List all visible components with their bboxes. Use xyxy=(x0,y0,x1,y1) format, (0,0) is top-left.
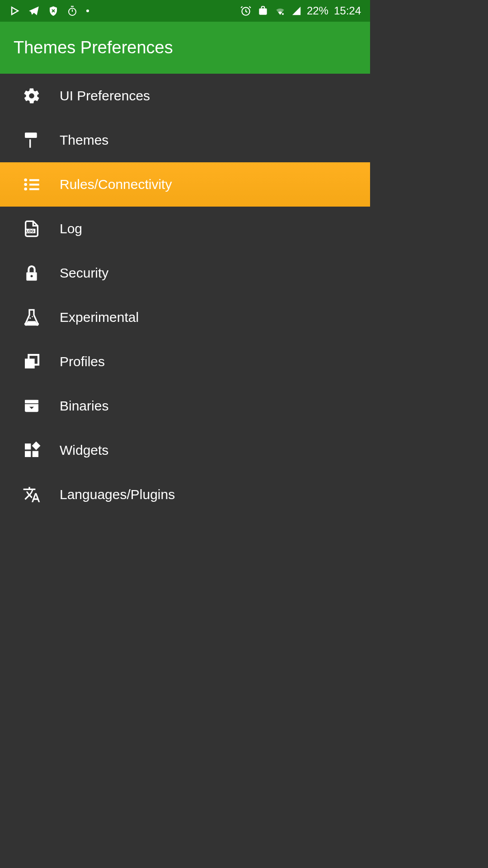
menu-label: Languages/Plugins xyxy=(60,487,175,502)
translate-icon xyxy=(23,486,41,504)
svg-rect-19 xyxy=(25,400,38,404)
svg-point-14 xyxy=(29,317,31,319)
menu-label: Profiles xyxy=(60,354,105,369)
profiles-icon xyxy=(23,353,41,371)
menu-widgets[interactable]: Widgets xyxy=(0,428,370,472)
clock-time: 15:24 xyxy=(334,5,361,17)
svg-rect-21 xyxy=(25,451,31,457)
svg-point-1 xyxy=(86,9,89,12)
menu-label: Experimental xyxy=(60,310,139,325)
svg-rect-20 xyxy=(25,443,31,449)
menu-label: UI Preferences xyxy=(60,88,150,104)
menu-label: Security xyxy=(60,265,108,281)
svg-rect-9 xyxy=(29,188,39,190)
svg-text:LOG: LOG xyxy=(26,229,34,233)
dot-icon xyxy=(86,9,89,13)
svg-point-15 xyxy=(32,316,33,317)
flask-icon xyxy=(23,308,41,326)
signal-icon xyxy=(291,6,301,16)
menu-log[interactable]: LOG Log xyxy=(0,207,370,251)
menu-rules-connectivity[interactable]: Rules/Connectivity xyxy=(0,162,370,207)
menu-ui-preferences[interactable]: UI Preferences xyxy=(0,74,370,118)
svg-point-4 xyxy=(24,179,27,182)
log-file-icon: LOG xyxy=(23,220,41,238)
briefcase-icon xyxy=(257,5,269,17)
menu-label: Log xyxy=(60,221,82,236)
svg-point-6 xyxy=(24,183,27,186)
menu-themes[interactable]: Themes xyxy=(0,118,370,162)
menu-security[interactable]: Security xyxy=(0,251,370,295)
stopwatch-icon xyxy=(67,5,78,16)
menu-label: Themes xyxy=(60,132,108,148)
preferences-menu: UI Preferences Themes Rules/Connectivity… xyxy=(0,74,370,517)
battery-percent: 22% xyxy=(307,5,328,17)
svg-rect-22 xyxy=(33,451,38,457)
menu-label: Binaries xyxy=(60,398,108,414)
menu-binaries[interactable]: Binaries xyxy=(0,384,370,428)
paint-roller-icon xyxy=(23,131,41,149)
menu-languages-plugins[interactable]: Languages/Plugins xyxy=(0,472,370,517)
svg-point-8 xyxy=(24,188,27,191)
wifi-icon xyxy=(274,5,286,17)
menu-profiles[interactable]: Profiles xyxy=(0,340,370,384)
list-icon xyxy=(23,175,41,193)
svg-rect-23 xyxy=(32,442,41,450)
page-title: Themes Preferences xyxy=(14,38,173,57)
app-bar: Themes Preferences xyxy=(0,22,370,74)
shield-x-icon xyxy=(48,5,59,16)
status-bar: 22% 15:24 xyxy=(0,0,370,22)
status-left-icons xyxy=(9,5,89,17)
menu-experimental[interactable]: Experimental xyxy=(0,295,370,340)
status-right-icons: 22% 15:24 xyxy=(240,5,361,17)
svg-rect-7 xyxy=(29,184,39,185)
archive-icon xyxy=(23,397,41,415)
menu-label: Widgets xyxy=(60,443,108,458)
svg-rect-16 xyxy=(25,359,35,368)
play-icon xyxy=(9,5,20,16)
telegram-icon xyxy=(28,5,40,17)
widgets-icon xyxy=(23,441,41,459)
lock-icon xyxy=(23,264,41,282)
alarm-icon xyxy=(240,5,252,17)
gear-icon xyxy=(23,87,41,105)
menu-label: Rules/Connectivity xyxy=(60,177,172,192)
svg-point-13 xyxy=(31,275,33,277)
svg-rect-3 xyxy=(259,9,267,15)
svg-rect-5 xyxy=(29,179,39,181)
